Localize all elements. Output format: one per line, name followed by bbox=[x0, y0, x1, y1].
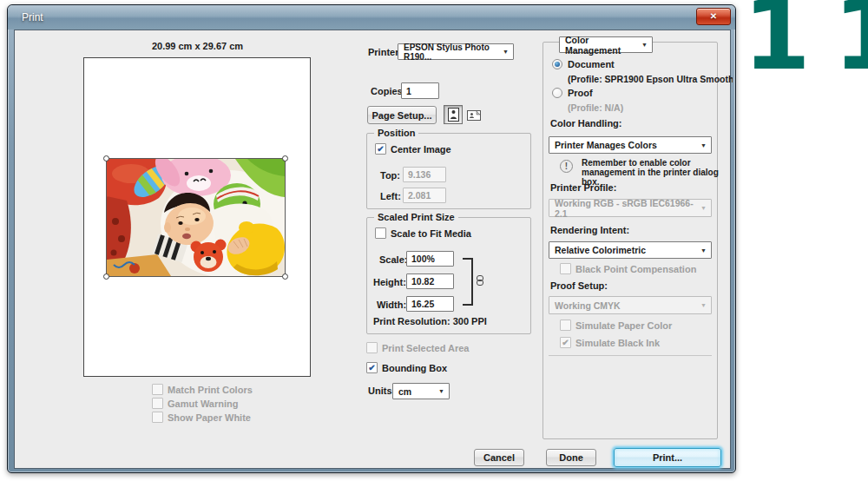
rendering-intent-select[interactable]: Relative Colorimetric ▼ bbox=[549, 241, 712, 259]
check-icon: ✔ bbox=[368, 364, 375, 372]
screenshot: 11 Print ✕ 20.99 cm x 29.67 cm bbox=[0, 0, 868, 481]
cancel-label: Cancel bbox=[483, 452, 515, 463]
printer-value: EPSON Stylus Photo R190... bbox=[404, 43, 499, 62]
color-handling-select[interactable]: Printer Manages Colors ▼ bbox=[549, 136, 712, 154]
scale-input[interactable] bbox=[406, 251, 454, 267]
page-setup-label: Page Setup... bbox=[372, 110, 431, 121]
check-icon: ✔ bbox=[377, 145, 384, 154]
close-button[interactable]: ✕ bbox=[696, 8, 731, 25]
scale-label: Scale: bbox=[379, 254, 407, 265]
print-resolution-label: Print Resolution: 300 PPI bbox=[373, 316, 487, 326]
printer-profile-label: Printer Profile: bbox=[550, 182, 616, 193]
panel-mode-select[interactable]: Color Management ▼ bbox=[559, 36, 653, 53]
show-paper-white-label: Show Paper White bbox=[168, 412, 251, 423]
simulate-black-ink-checkbox: ✔ bbox=[560, 337, 571, 348]
match-print-colors-checkbox bbox=[152, 384, 163, 395]
gamut-warning-checkbox bbox=[152, 398, 163, 409]
done-button[interactable]: Done bbox=[546, 449, 596, 466]
gamut-warning-label: Gamut Warning bbox=[168, 399, 238, 409]
warning-glyph: ! bbox=[565, 161, 568, 171]
left-label: Left: bbox=[380, 191, 401, 201]
proof-setup-label: Proof Setup: bbox=[550, 280, 608, 291]
check-icon: ✔ bbox=[562, 339, 569, 347]
portrait-page-icon bbox=[448, 108, 459, 122]
top-input bbox=[403, 167, 446, 182]
chevron-down-icon: ▼ bbox=[700, 247, 707, 254]
height-label: Height: bbox=[373, 277, 406, 287]
units-label: Units: bbox=[368, 385, 395, 396]
color-handling-label: Color Handling: bbox=[550, 118, 622, 128]
width-label: Width: bbox=[377, 300, 406, 310]
color-management-group bbox=[542, 42, 718, 439]
landscape-orientation-button[interactable] bbox=[466, 108, 482, 123]
bbox-handle-top-right[interactable] bbox=[282, 155, 288, 161]
proof-label: Proof bbox=[568, 88, 593, 98]
page-number: 11 bbox=[743, 0, 868, 83]
match-print-colors-label: Match Print Colors bbox=[168, 385, 253, 395]
printer-profile-value: Working RGB - sRGB IEC61966-2.1 bbox=[555, 198, 697, 219]
bbox-handle-top-left[interactable] bbox=[103, 155, 109, 161]
proof-profile-label: (Profile: N/A) bbox=[568, 102, 623, 113]
scaled-print-size-legend: Scaled Print Size bbox=[374, 212, 458, 222]
left-input bbox=[403, 188, 446, 203]
done-label: Done bbox=[559, 452, 583, 463]
window-title: Print bbox=[22, 11, 43, 23]
panel-mode-value: Color Management bbox=[565, 35, 638, 56]
print-selected-area-label: Print Selected Area bbox=[382, 343, 469, 353]
copies-input[interactable] bbox=[401, 82, 439, 99]
simulate-paper-color-label: Simulate Paper Color bbox=[575, 320, 672, 331]
rendering-intent-label: Rendering Intent: bbox=[550, 225, 629, 235]
bounding-box-label: Bounding Box bbox=[382, 363, 447, 373]
group-separator bbox=[549, 355, 712, 356]
simulate-black-ink-label: Simulate Black Ink bbox=[575, 338, 660, 348]
proof-setup-select: Working CMYK ▼ bbox=[549, 296, 712, 314]
center-image-label: Center Image bbox=[391, 144, 451, 155]
bbox-handle-bottom-left[interactable] bbox=[103, 273, 109, 280]
document-label: Document bbox=[568, 59, 615, 69]
warning-icon: ! bbox=[560, 160, 573, 173]
printer-profile-select: Working RGB - sRGB IEC61966-2.1 ▼ bbox=[549, 199, 712, 217]
center-image-checkbox[interactable]: ✔ bbox=[375, 143, 386, 155]
rendering-intent-value: Relative Colorimetric bbox=[555, 245, 646, 255]
scale-to-fit-checkbox[interactable] bbox=[375, 227, 386, 239]
printer-select[interactable]: EPSON Stylus Photo R190... ▼ bbox=[398, 43, 514, 60]
print-button[interactable]: Print... bbox=[614, 448, 721, 467]
simulate-paper-color-checkbox bbox=[560, 320, 571, 331]
black-point-compensation-label: Black Point Compensation bbox=[575, 264, 696, 274]
scale-to-fit-label: Scale to Fit Media bbox=[391, 228, 471, 239]
proof-setup-value: Working CMYK bbox=[555, 300, 621, 311]
black-point-compensation-checkbox bbox=[560, 263, 571, 274]
chevron-down-icon: ▼ bbox=[503, 49, 509, 55]
top-label: Top: bbox=[380, 170, 400, 181]
print-label: Print... bbox=[653, 452, 682, 463]
chevron-down-icon: ▼ bbox=[700, 142, 707, 148]
width-input[interactable] bbox=[406, 296, 454, 312]
show-paper-white-checkbox bbox=[152, 412, 163, 423]
landscape-page-icon bbox=[467, 110, 481, 121]
chevron-down-icon: ▼ bbox=[438, 388, 444, 394]
document-radio[interactable] bbox=[552, 59, 562, 69]
height-input[interactable] bbox=[406, 273, 454, 289]
cancel-button[interactable]: Cancel bbox=[474, 449, 524, 466]
chevron-down-icon: ▼ bbox=[641, 42, 648, 48]
dimension-link-bracket bbox=[463, 258, 473, 306]
portrait-orientation-button[interactable] bbox=[444, 105, 463, 124]
print-selected-area-checkbox bbox=[366, 342, 378, 353]
position-legend: Position bbox=[374, 128, 418, 138]
link-icon bbox=[477, 275, 483, 286]
document-profile-label: (Profile: SPR1900 Epson Ultra Smooth Fin… bbox=[568, 74, 733, 84]
print-preview-photo[interactable] bbox=[107, 159, 285, 276]
chevron-down-icon: ▼ bbox=[700, 302, 707, 308]
units-value: cm bbox=[398, 386, 411, 397]
bbox-handle-bottom-right[interactable] bbox=[282, 273, 288, 280]
paper-size-label: 20.99 cm x 29.67 cm bbox=[113, 41, 282, 51]
title-bar bbox=[8, 5, 735, 30]
close-icon: ✕ bbox=[710, 11, 717, 21]
color-handling-value: Printer Manages Colors bbox=[555, 140, 657, 150]
page-setup-button[interactable]: Page Setup... bbox=[367, 106, 437, 124]
chevron-down-icon: ▼ bbox=[700, 205, 707, 211]
bounding-box-checkbox[interactable]: ✔ bbox=[366, 362, 378, 373]
proof-radio[interactable] bbox=[552, 88, 562, 98]
units-select[interactable]: cm ▼ bbox=[392, 383, 450, 399]
